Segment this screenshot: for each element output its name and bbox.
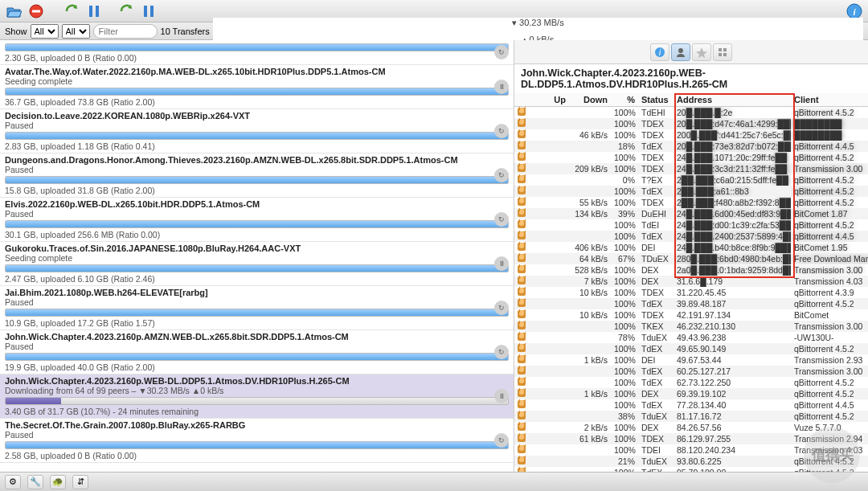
peer-row[interactable]: 100%TdEX39.89.48.187qBittorrent 4.5.2 (514, 298, 868, 309)
peer-row[interactable]: 100%TdEX60.25.127.217Transmission 3.00 (514, 366, 868, 377)
progress-bar (5, 132, 509, 140)
peer-row[interactable]: 64 kB/s67%TDuEX280█.███:6bd0:4980:b4eb:█… (514, 253, 868, 264)
peer-client: qBittorrent 4.5.2 (791, 377, 868, 388)
torrent-action-button[interactable]: ⏸ (494, 80, 509, 94)
tab-trackers[interactable] (692, 43, 711, 61)
tab-files[interactable] (713, 43, 732, 61)
peer-row[interactable]: 100%TdEHI20█.███.█:2eqBittorrent 4.5.2 (514, 107, 868, 119)
torrent-action-button[interactable]: ↻ (494, 345, 509, 359)
torrent-status: Paused (5, 297, 509, 307)
peer-client: Transmission 2.93 (791, 354, 868, 366)
turtle-icon[interactable]: 🐢 (50, 475, 66, 489)
peer-status: TdEX (638, 141, 674, 152)
torrent-action-button[interactable]: ⏸ (494, 389, 509, 403)
peers-col-Down[interactable]: Down (569, 93, 611, 107)
peer-row[interactable]: 46 kB/s100%TDEX200█.███':d441:25c7:6e5c:… (514, 129, 868, 141)
peer-row[interactable]: 100%TdEX62.73.122.250qBittorrent 4.5.2 (514, 377, 868, 388)
peer-row[interactable]: 100%TDEI88.120.240.234Transmission 4.03 (514, 444, 868, 456)
pause-icon[interactable] (85, 2, 103, 20)
peer-row[interactable]: 1 kB/s100%DEI49.67.53.44Transmission 2.9… (514, 354, 868, 366)
torrent-action-button[interactable]: ↻ (494, 433, 509, 448)
tab-peers[interactable] (671, 43, 690, 61)
peer-row[interactable]: 100%TdEX95.70.100.90qBittorrent 4.5.2 (514, 467, 868, 472)
torrent-row[interactable]: Gukoroku.Traces.of.Sin.2016.JAPANESE.108… (0, 242, 514, 286)
gear-icon[interactable]: ⚙ (5, 475, 21, 489)
peer-row[interactable]: 10 kB/s100%TDEX31.220.45.45qBittorrent 4… (514, 287, 868, 298)
lock-icon (514, 422, 527, 433)
peers-col-lock[interactable] (514, 93, 527, 107)
peer-address: 84.26.57.56 (674, 422, 791, 433)
peers-col-%[interactable]: % (611, 93, 638, 107)
svg-point-10 (678, 48, 683, 53)
torrent-action-button[interactable]: ↻ (494, 45, 509, 59)
peer-row[interactable]: 100%TdEX24█.███.2400:2537:5899:4███qBitt… (514, 231, 868, 242)
torrent-row[interactable]: John.Wick.Chapter.4.2023.2160p.WEB-DL.DD… (0, 374, 514, 419)
torrent-action-button[interactable]: ↻ (494, 212, 509, 227)
torrent-row[interactable]: 2.30 GB, uploaded 0 B (Ratio 0.00)↻ (0, 40, 514, 65)
peer-row[interactable]: 78%TduEX49.43.96.238-UW130U- (514, 332, 868, 343)
peer-row[interactable]: 61 kB/s100%TDEX86.129.97.255Transmission… (514, 433, 868, 444)
peer-row[interactable]: 21%TduEX93.80.6.225qBittorrent 4.5.2 (514, 456, 868, 467)
peer-row[interactable]: 18%TdEX20█.███:73e3:82d7:b072:████qBitto… (514, 141, 868, 152)
peer-up (527, 186, 569, 197)
remove-icon[interactable] (27, 2, 45, 20)
peer-up (527, 163, 569, 174)
torrent-action-button[interactable]: ↻ (494, 124, 509, 138)
peers-col-Address[interactable]: Address (674, 93, 791, 107)
peer-row[interactable]: 100%TdEI24█.███:d00:1c39:c2fa:53██qBitto… (514, 219, 868, 231)
filter-status[interactable]: All (31, 24, 59, 39)
wrench-icon[interactable]: 🔧 (27, 475, 43, 489)
peers-col-Client[interactable]: Client (791, 93, 868, 107)
tab-info[interactable]: i (650, 43, 669, 61)
peer-row[interactable]: 0%T?EX2██.███:c6a0:215:5dff:fe██qBittorr… (514, 174, 868, 186)
torrent-row[interactable]: Decision.to.Leave.2022.KOREAN.1080p.WEBR… (0, 109, 514, 153)
ratio-icon[interactable]: ⇵ (72, 475, 88, 489)
peer-row[interactable]: 528 kB/s100%DEX2a0█.███.0:1bda:9259:8dd█… (514, 264, 868, 276)
peer-row[interactable]: 209 kB/s100%TDEX24█.███:3c3d:211:32ff:fe… (514, 163, 868, 174)
peer-row[interactable]: 100%TdEX77.28.134.40qBittorrent 4.4.5 (514, 399, 868, 411)
peer-row[interactable]: 100%TdEX2██.███:a61::8b3qBittorrent 4.5.… (514, 186, 868, 197)
peer-row[interactable]: 1 kB/s100%DEX69.39.19.102qBittorrent 4.5… (514, 388, 868, 399)
peer-up (527, 107, 569, 119)
peer-row[interactable]: 100%TDEX20█.███:d47c:46a1:4299:█████████… (514, 118, 868, 129)
peer-row[interactable]: 100%TdEX49.65.90.149qBittorrent 4.5.2 (514, 343, 868, 354)
torrent-row[interactable]: The.Secret.Of.The.Grain.2007.1080p.BluRa… (0, 419, 514, 463)
torrent-row[interactable]: Elvis.2022.2160p.WEB-DL.x265.10bit.HDR.D… (0, 198, 514, 242)
lock-icon (514, 197, 527, 208)
peer-row[interactable]: 10 kB/s100%TDEX42.191.97.134BitComet (514, 309, 868, 321)
peer-client: qBittorrent 4.5.2 (791, 467, 868, 472)
peer-pct: 100% (611, 118, 638, 129)
search-input[interactable] (93, 24, 158, 39)
torrent-row[interactable]: Avatar.The.Way.of.Water.2022.2160p.MA.WE… (0, 65, 514, 109)
bottom-toolbar: ⚙ 🔧 🐢 ⇵ (0, 472, 868, 491)
open-icon[interactable] (5, 2, 23, 20)
peer-pct: 0% (611, 174, 638, 186)
peer-row[interactable]: 55 kB/s100%TDEX2██.███:f480:a8b2:f392:8█… (514, 197, 868, 208)
peers-col-Up[interactable]: Up (527, 93, 569, 107)
resume-icon[interactable] (63, 2, 80, 20)
torrent-action-button[interactable]: ↻ (494, 168, 509, 182)
peer-down: 209 kB/s (569, 163, 611, 174)
resume-all-icon[interactable] (117, 2, 135, 20)
torrent-action-button[interactable]: ↻ (494, 301, 509, 315)
peer-row[interactable]: 406 kB/s100%DEI24█.███.b40:b8ce:8f9b:9██… (514, 242, 868, 253)
peers-col-Status[interactable]: Status (638, 93, 674, 107)
peer-status: TduEX (638, 411, 674, 422)
peer-row[interactable]: 100%TKEX46.232.210.130Transmission 3.00 (514, 321, 868, 332)
peer-row[interactable]: 134 kB/s39%DuEHI24█.███.6d00:45ed:df83:9… (514, 208, 868, 219)
torrent-title: Dungeons.and.Dragons.Honor.Among.Thieves… (5, 155, 509, 165)
torrent-action-button[interactable]: ⏸ (494, 256, 509, 271)
peer-client: Transmission 4.03 (791, 444, 868, 456)
pause-all-icon[interactable] (140, 2, 158, 20)
torrent-row[interactable]: John.Wick.Chapter.4.2023.2160p.AMZN.WEB-… (0, 330, 514, 374)
svg-rect-1 (32, 10, 40, 12)
peer-row[interactable]: 2 kB/s100%DEX84.26.57.56Vuze 5.7.7.0 (514, 422, 868, 433)
torrent-row[interactable]: Dungeons.and.Dragons.Honor.Among.Thieves… (0, 153, 514, 198)
torrent-row[interactable]: Jai.Bhim.2021.1080p.WEB.h264-ELEVATE[rar… (0, 286, 514, 330)
global-dl-rate[interactable]: ▾ 30.23 MB/s (512, 18, 564, 28)
peer-row[interactable]: 38%TduEX81.17.16.72qBittorrent 4.5.2 (514, 411, 868, 422)
peer-row[interactable]: 100%TDEX24█.███.1071:20c:29ff:fe██qBitto… (514, 152, 868, 163)
filter-group[interactable]: All (62, 24, 90, 39)
torrent-list[interactable]: 2.30 GB, uploaded 0 B (Ratio 0.00)↻Avata… (0, 40, 514, 472)
peer-row[interactable]: 7 kB/s100%DEX31.6.6█.179Transmission 4.0… (514, 276, 868, 287)
